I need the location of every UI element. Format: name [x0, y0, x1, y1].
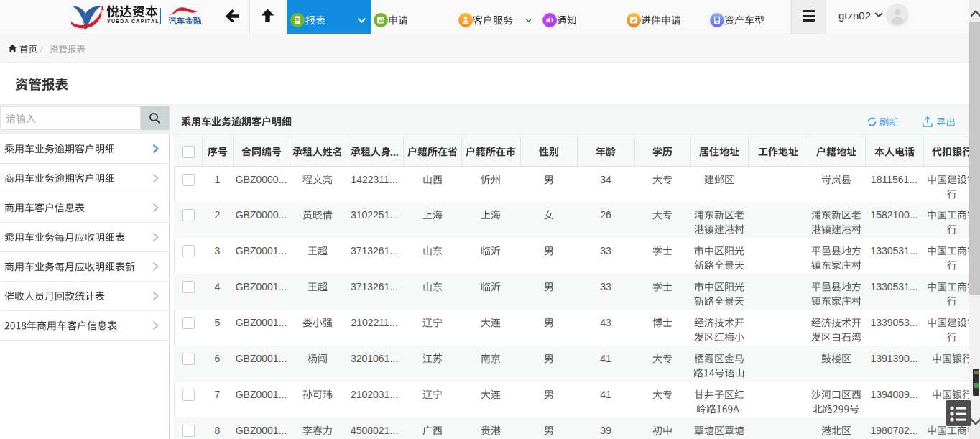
svg-text:auto: auto	[179, 9, 185, 12]
